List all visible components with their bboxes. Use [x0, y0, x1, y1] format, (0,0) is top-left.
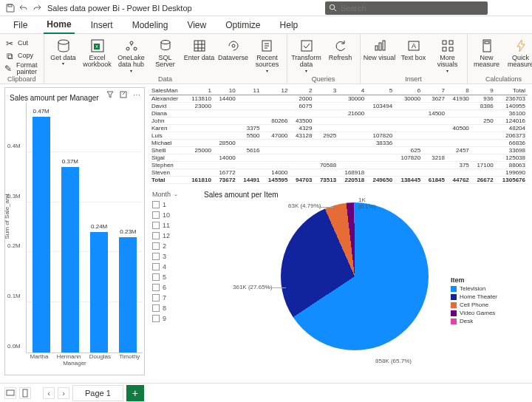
text-box-button[interactable]: AText box — [398, 35, 430, 61]
mobile-layout-icon[interactable] — [19, 387, 31, 399]
onelake-button[interactable]: OneLake data hub▾ — [115, 35, 148, 73]
column-header[interactable]: 3 — [314, 87, 338, 95]
table-row[interactable]: Shelli250005616625245733698 — [149, 146, 528, 154]
bar[interactable]: 0.24M — [90, 232, 108, 352]
column-header[interactable]: 1 — [185, 87, 214, 95]
checkbox-icon[interactable] — [152, 273, 160, 281]
report-canvas[interactable]: ⋯ Sales amount per Manager Sum of Sale_a… — [0, 84, 532, 383]
column-header[interactable]: 8 — [447, 87, 471, 95]
column-header[interactable]: SalesMan — [149, 87, 185, 95]
recent-sources-button[interactable]: Recent sources▾ — [251, 35, 284, 73]
page-tab[interactable]: Page 1 — [72, 385, 123, 401]
slicer-item[interactable]: 3 — [152, 253, 192, 260]
column-header[interactable]: 12 — [262, 87, 290, 95]
checkbox-icon[interactable] — [152, 263, 160, 270]
global-search[interactable] — [325, 1, 488, 15]
column-header[interactable]: 10 — [214, 87, 238, 95]
new-visual-button[interactable]: New visual — [364, 35, 396, 61]
bar[interactable]: 0.23M — [119, 237, 137, 352]
new-measure-button[interactable]: New measure — [471, 35, 503, 69]
undo-icon[interactable] — [19, 3, 28, 13]
table-row[interactable]: John8026643500250124016 — [149, 117, 528, 124]
checkbox-icon[interactable] — [152, 294, 160, 302]
pie-chart-visual[interactable]: Month ⌄ 110111223456789 Sales amount per… — [149, 188, 528, 375]
tab-insert[interactable]: Insert — [88, 18, 116, 33]
sql-server-button[interactable]: SQL Server — [149, 35, 182, 69]
slicer-item[interactable]: 2 — [152, 242, 192, 250]
tab-help[interactable]: Help — [277, 18, 301, 33]
quick-measure-button[interactable]: Quick measure — [505, 35, 532, 69]
slicer-item[interactable]: 11 — [152, 222, 192, 229]
focus-icon[interactable] — [119, 90, 128, 99]
tab-file[interactable]: File — [10, 18, 30, 33]
checkbox-icon[interactable] — [152, 253, 160, 260]
slicer-item[interactable]: 6 — [152, 284, 192, 291]
column-header[interactable]: 11 — [238, 87, 262, 95]
checkbox-icon[interactable] — [152, 211, 160, 219]
column-header[interactable]: 7 — [423, 87, 447, 95]
column-header[interactable]: Total — [496, 87, 528, 95]
table-row[interactable]: Michael285003833666836 — [149, 139, 528, 146]
slicer-item[interactable]: 7 — [152, 294, 192, 302]
bar[interactable]: 0.47M — [33, 117, 50, 352]
legend-item[interactable]: Home Theater — [451, 293, 528, 300]
month-slicer[interactable]: Month ⌄ 110111223456789 — [149, 188, 195, 325]
legend-item[interactable]: Video Games — [451, 310, 528, 316]
table-visual[interactable]: SalesMan110111223456789TotalAlexander113… — [149, 87, 528, 183]
column-header[interactable]: 5 — [366, 87, 395, 95]
table-row[interactable]: Alexander1138101440020003000030000362741… — [149, 95, 528, 102]
checkbox-icon[interactable] — [152, 284, 160, 291]
cut-button[interactable]: ✂Cut — [4, 37, 28, 49]
excel-button[interactable]: XExcel workbook — [81, 35, 114, 69]
column-header[interactable]: 4 — [338, 87, 366, 95]
table-row[interactable]: Sigal140001078203218125038 — [149, 154, 528, 161]
enter-data-button[interactable]: Enter data — [183, 35, 216, 61]
slicer-item[interactable]: 12 — [152, 232, 192, 239]
table-row[interactable]: David2300060751034948386140955 — [149, 102, 528, 109]
legend-item[interactable]: Desk — [451, 318, 528, 324]
slicer-item[interactable]: 4 — [152, 263, 192, 270]
refresh-button[interactable]: Refresh — [324, 35, 357, 61]
checkbox-icon[interactable] — [152, 242, 160, 250]
column-header[interactable]: 9 — [471, 87, 496, 95]
checkbox-icon[interactable] — [152, 315, 160, 322]
add-page-button[interactable]: + — [126, 385, 144, 401]
slicer-item[interactable]: 9 — [152, 315, 192, 322]
slicer-item[interactable]: 8 — [152, 304, 192, 312]
redo-icon[interactable] — [33, 3, 41, 13]
filter-icon[interactable] — [106, 90, 115, 99]
checkbox-icon[interactable] — [152, 304, 160, 312]
legend-item[interactable]: Cell Phone — [451, 302, 528, 308]
slicer-item[interactable]: 5 — [152, 273, 192, 281]
column-header[interactable]: 2 — [290, 87, 315, 95]
bar-chart-visual[interactable]: ⋯ Sales amount per Manager Sum of Sale_a… — [4, 87, 145, 375]
tab-modeling[interactable]: Modeling — [129, 18, 171, 33]
prev-page-icon[interactable]: ‹ — [43, 387, 55, 399]
tab-view[interactable]: View — [184, 18, 209, 33]
desktop-layout-icon[interactable] — [4, 387, 16, 399]
chevron-down-icon[interactable]: ⌄ — [174, 191, 178, 197]
table-row[interactable]: Diana216001450036100 — [149, 109, 528, 117]
next-page-icon[interactable]: › — [58, 387, 69, 399]
save-icon[interactable] — [6, 3, 15, 13]
checkbox-icon[interactable] — [152, 201, 160, 208]
copy-button[interactable]: ⧉Copy — [4, 50, 33, 61]
bar[interactable]: 0.37M — [61, 167, 79, 352]
legend-item[interactable]: Television — [451, 285, 528, 292]
table-row[interactable]: Steven1677214000168918199690 — [149, 168, 528, 176]
table-row[interactable]: Luis550047000431282925107820206373 — [149, 132, 528, 139]
checkbox-icon[interactable] — [152, 232, 160, 239]
checkbox-icon[interactable] — [152, 222, 160, 229]
transform-data-button[interactable]: Transform data▾ — [290, 35, 323, 73]
search-input[interactable] — [341, 4, 488, 13]
more-icon[interactable]: ⋯ — [132, 90, 141, 99]
slicer-item[interactable]: 10 — [152, 211, 192, 219]
tab-optimize[interactable]: Optimize — [222, 18, 263, 33]
slicer-item[interactable]: 1 — [152, 201, 192, 208]
format-painter-button[interactable]: ✎Format painter — [4, 62, 39, 74]
tab-home[interactable]: Home — [44, 17, 74, 34]
get-data-button[interactable]: Get data▾ — [47, 35, 80, 67]
dataverse-button[interactable]: Dataverse — [217, 35, 250, 61]
table-row[interactable]: Stephen705883751710088063 — [149, 161, 528, 168]
column-header[interactable]: 6 — [395, 87, 423, 95]
